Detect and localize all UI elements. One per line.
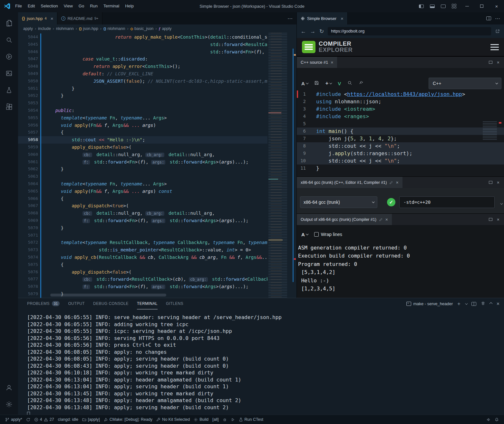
close-icon[interactable]: × xyxy=(331,60,333,65)
debug-button[interactable] xyxy=(221,415,229,424)
ce-minimap[interactable] xyxy=(483,121,501,157)
save-icon[interactable] xyxy=(314,80,319,87)
cmake-project[interactable]: [apply] xyxy=(80,415,102,424)
window-minimize-button[interactable] xyxy=(460,0,474,12)
terminal[interactable]: [2022-04-30 06:05:55] INFO: serve_header… xyxy=(18,309,504,415)
sync-status[interactable] xyxy=(24,415,32,424)
kill-terminal-icon[interactable] xyxy=(481,301,485,306)
compiler-options-input[interactable]: -std=c++20 xyxy=(399,196,495,208)
code-editor[interactable]: 5044 return apply_make_tuple<ConstThis>(… xyxy=(18,33,296,298)
cmake-target[interactable]: [all] xyxy=(210,415,220,424)
tab-json.hpp[interactable]: {}json.hpp4× xyxy=(18,12,57,24)
close-panel-icon[interactable]: × xyxy=(497,301,499,307)
source-pane-tab[interactable]: C++ source #1 × xyxy=(297,57,337,68)
vim-mode-icon[interactable]: V xyxy=(338,81,341,86)
terminal-picker[interactable]: make - serve_header xyxy=(406,301,453,306)
cmake-build[interactable]: Build xyxy=(192,415,210,424)
terminal-dropdown-icon[interactable] xyxy=(465,302,468,305)
panel-tab-output[interactable]: OUTPUT xyxy=(68,298,85,309)
toggle-secondary-sidebar-icon[interactable] xyxy=(438,0,449,12)
explorer-icon[interactable] xyxy=(1,15,17,32)
breadcrumb-item[interactable]: ƒapply xyxy=(159,26,171,31)
maximize-pane-icon[interactable] xyxy=(489,218,492,221)
open-external-icon[interactable] xyxy=(495,29,500,34)
git-branch-status[interactable]: apply* xyxy=(3,415,24,424)
launch-button[interactable] xyxy=(229,415,237,424)
window-close-button[interactable]: × xyxy=(489,0,504,12)
feedback[interactable] xyxy=(485,415,493,424)
hamburger-menu-icon[interactable] xyxy=(490,44,499,50)
menu-edit[interactable]: Edit xyxy=(25,0,38,12)
maximize-pane-icon[interactable] xyxy=(489,181,492,184)
minimap[interactable] xyxy=(267,33,292,298)
run-ctest[interactable]: Run CTest xyxy=(237,415,265,424)
add-pane-icon[interactable]: + xyxy=(325,80,331,86)
more-actions-icon[interactable]: ⋯ xyxy=(287,15,293,22)
tab-simple-browser[interactable]: Simple Browser × xyxy=(297,12,348,24)
menu-help[interactable]: Help xyxy=(122,0,137,12)
back-icon[interactable]: ← xyxy=(301,29,306,34)
split-editor-icon[interactable] xyxy=(486,16,491,20)
wrap-lines-checkbox[interactable]: Wrap lines xyxy=(314,232,342,237)
breadcrumb-item[interactable]: include xyxy=(38,26,51,31)
accounts-icon[interactable] xyxy=(1,379,17,396)
breadcrumb-item[interactable]: {}nlohmann xyxy=(103,26,125,31)
search-icon[interactable] xyxy=(1,32,17,48)
close-pane-icon[interactable]: × xyxy=(497,217,499,222)
window-maximize-button[interactable] xyxy=(474,0,489,12)
media-preview-icon[interactable] xyxy=(1,65,17,82)
panel-tab-problems[interactable]: PROBLEMS31 xyxy=(27,298,60,309)
settings-gear-icon[interactable] xyxy=(1,396,17,413)
maximize-panel-icon[interactable] xyxy=(489,302,492,306)
menu-run[interactable]: Run xyxy=(87,0,101,12)
output-pane-tab[interactable]: Output of x86-64 gcc (trunk) (Compiler #… xyxy=(297,214,392,225)
new-terminal-icon[interactable]: + xyxy=(457,301,460,307)
testing-icon[interactable] xyxy=(1,82,17,99)
close-icon[interactable]: × xyxy=(51,16,53,21)
horizontal-scrollbar[interactable] xyxy=(50,294,166,297)
reload-icon[interactable]: ↻ xyxy=(319,29,324,34)
panel-tab-debug-console[interactable]: DEBUG CONSOLE xyxy=(93,298,129,309)
zoom-icon[interactable] xyxy=(347,80,352,87)
toggle-panel-icon[interactable] xyxy=(427,0,438,12)
maximize-pane-icon[interactable] xyxy=(489,61,492,64)
compiler-select[interactable]: x86-64 gcc (trunk) xyxy=(300,196,377,208)
compiler-pane-tab[interactable]: x86-64 gcc (trunk) (C++, Editor #1, Comp… xyxy=(297,177,402,188)
close-pane-icon[interactable]: × xyxy=(497,60,499,65)
breadcrumb-item[interactable]: {}json.hpp xyxy=(79,26,98,31)
menu-view[interactable]: View xyxy=(61,0,76,12)
forward-icon[interactable]: → xyxy=(310,29,315,34)
pin-icon[interactable] xyxy=(359,80,363,87)
menu-selection[interactable]: Selection xyxy=(38,0,61,12)
breadcrumb-item[interactable]: ◇basic_json xyxy=(131,26,154,31)
close-icon[interactable]: × xyxy=(396,180,398,185)
cmake-status[interactable]: CMake: [Debug]: Ready xyxy=(102,415,154,424)
options-dropdown-icon[interactable] xyxy=(500,200,502,206)
panel-tab-terminal[interactable]: TERMINAL xyxy=(137,298,158,309)
font-size-icon[interactable]: A xyxy=(301,81,308,86)
customize-layout-icon[interactable] xyxy=(449,0,460,12)
close-pane-icon[interactable]: × xyxy=(497,180,499,185)
menu-go[interactable]: Go xyxy=(76,0,87,12)
notifications[interactable] xyxy=(493,415,501,424)
more-actions-icon[interactable]: ⋯ xyxy=(495,15,500,22)
toggle-primary-sidebar-icon[interactable] xyxy=(416,0,427,12)
tab-readme.md[interactable]: iREADME.md9+ xyxy=(57,12,102,24)
close-icon[interactable]: × xyxy=(341,16,344,21)
menu-file[interactable]: File xyxy=(12,0,25,12)
extensions-icon[interactable] xyxy=(1,99,17,115)
cmake-kit[interactable]: No Kit Selected xyxy=(154,415,192,424)
language-select[interactable]: C++ xyxy=(429,78,501,89)
url-input[interactable]: https://godbolt.org xyxy=(328,27,491,35)
ce-editor[interactable]: 1#include <https://localhost:8443/apply/… xyxy=(297,90,504,172)
run-debug-icon[interactable] xyxy=(1,48,17,65)
breadcrumb-item[interactable]: apply xyxy=(23,26,33,31)
problems-status[interactable]: 427 xyxy=(32,415,56,424)
breadcrumb-item[interactable]: nlohmann xyxy=(56,26,74,31)
close-icon[interactable]: × xyxy=(385,217,388,222)
menu-terminal[interactable]: Terminal xyxy=(101,0,122,12)
clangd-status[interactable]: clangd: idle xyxy=(56,415,80,424)
split-terminal-icon[interactable] xyxy=(471,302,476,306)
panel-tab-gitlens[interactable]: GITLENS xyxy=(166,298,183,309)
font-size-icon[interactable]: A xyxy=(301,232,308,237)
